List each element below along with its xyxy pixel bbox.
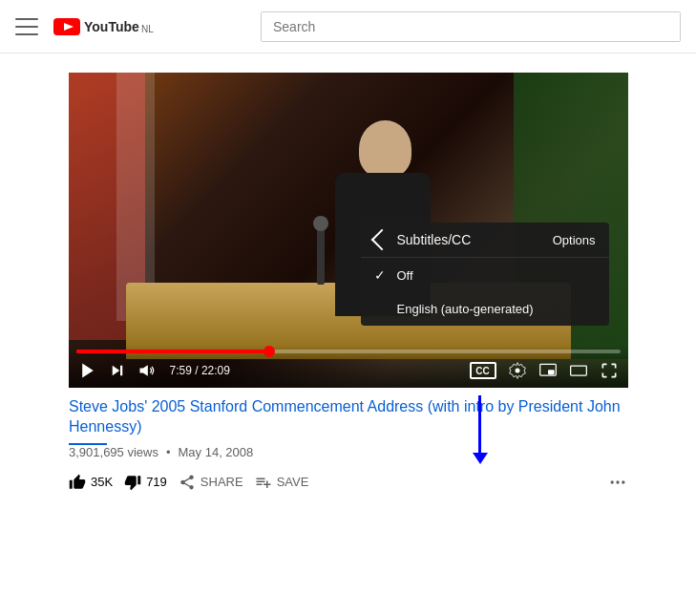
search-bar[interactable] <box>261 11 681 42</box>
subtitle-option-off[interactable]: ✓ Off <box>361 258 609 292</box>
progress-fill <box>76 350 269 353</box>
back-chevron-icon <box>370 229 392 251</box>
svg-rect-5 <box>120 366 122 376</box>
progress-dot <box>264 346 275 357</box>
meta-separator: • <box>166 445 171 459</box>
cc-box: CC <box>470 362 496 379</box>
like-count: 35K <box>91 475 113 489</box>
video-meta: 3,901,695 views • May 14, 2008 <box>69 445 627 459</box>
arrow-line <box>478 395 481 453</box>
play-button[interactable] <box>76 359 99 382</box>
youtube-logo-icon: YouTube <box>53 17 139 36</box>
svg-rect-9 <box>548 370 555 374</box>
svg-rect-10 <box>570 366 586 375</box>
subtitles-options-link[interactable]: Options <box>553 233 596 247</box>
search-input[interactable] <box>262 12 680 41</box>
svg-text:YouTube: YouTube <box>84 19 139 34</box>
dislike-button[interactable]: 719 <box>124 468 167 497</box>
menu-icon[interactable] <box>15 18 38 35</box>
subtitle-off-label: Off <box>397 268 413 283</box>
actions-row: 35K 719 SHARE SAVE <box>69 467 627 498</box>
share-label: SHARE <box>200 475 243 489</box>
publish-date: May 14, 2008 <box>179 445 254 459</box>
progress-bar[interactable] <box>76 350 621 353</box>
microphone <box>317 227 325 285</box>
youtube-logo[interactable]: YouTube NL <box>53 17 154 36</box>
save-button[interactable]: SAVE <box>255 468 309 497</box>
like-button[interactable]: 35K <box>69 468 113 497</box>
time-display: 7:59 / 22:09 <box>170 364 230 377</box>
miniplayer-button[interactable] <box>537 359 559 382</box>
check-icon: ✓ <box>374 267 390 283</box>
settings-button[interactable] <box>506 359 529 382</box>
view-count: 3,901,695 views <box>69 445 158 459</box>
video-controls: 7:59 / 22:09 CC <box>69 346 628 388</box>
save-label: SAVE <box>277 475 309 489</box>
cc-button[interactable]: CC <box>468 360 498 381</box>
svg-point-11 <box>611 480 614 483</box>
dislike-count: 719 <box>146 475 167 489</box>
fullscreen-button[interactable] <box>598 359 621 382</box>
subtitle-option-english[interactable]: English (auto-generated) <box>361 292 609 326</box>
header: YouTube NL <box>0 0 696 53</box>
more-options-button[interactable] <box>608 467 627 498</box>
subtitles-title: Subtitles/CC <box>397 232 472 247</box>
current-time: 7:59 <box>170 364 192 377</box>
subtitle-english-label: English (auto-generated) <box>397 302 534 316</box>
svg-point-7 <box>515 369 519 373</box>
svg-marker-6 <box>139 365 147 376</box>
video-thumbnail[interactable]: Subtitles/CC Options ✓ Off English (auto… <box>69 73 628 388</box>
video-title[interactable]: Steve Jobs' 2005 Stanford Commencement A… <box>69 397 627 437</box>
annotation-arrow <box>473 395 488 464</box>
theater-button[interactable] <box>567 359 590 382</box>
total-time: 22:09 <box>201 364 230 377</box>
svg-marker-4 <box>112 366 119 376</box>
figure-head <box>359 120 411 178</box>
svg-marker-3 <box>82 364 94 378</box>
share-button[interactable]: SHARE <box>179 468 243 497</box>
arrow-head <box>473 453 488 464</box>
video-container: Subtitles/CC Options ✓ Off English (auto… <box>69 73 628 388</box>
video-info: Steve Jobs' 2005 Stanford Commencement A… <box>0 388 696 507</box>
controls-row: 7:59 / 22:09 CC <box>76 359 621 382</box>
subtitles-back-button[interactable]: Subtitles/CC <box>374 232 472 247</box>
volume-button[interactable] <box>136 359 158 382</box>
next-button[interactable] <box>107 360 128 381</box>
subtitles-header: Subtitles/CC Options <box>361 223 609 258</box>
time-separator: / <box>195 364 201 377</box>
subtitles-menu: Subtitles/CC Options ✓ Off English (auto… <box>361 223 609 326</box>
country-label: NL <box>141 24 154 34</box>
svg-point-12 <box>616 480 619 483</box>
svg-point-13 <box>622 480 624 483</box>
